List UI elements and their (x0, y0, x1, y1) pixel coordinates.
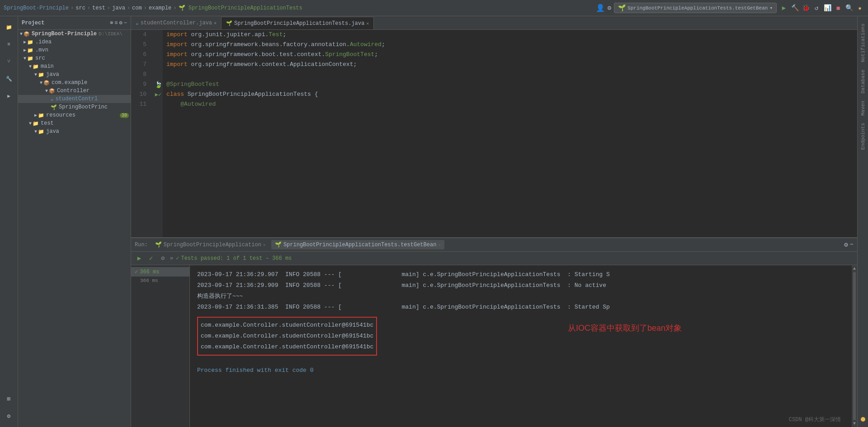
tree-item-idea[interactable]: ▶ 📁 .idea (18, 38, 131, 46)
tree-item-mvn[interactable]: ▶ 📁 .mvn (18, 46, 131, 54)
ln-5: 5 (131, 40, 150, 50)
code-line-4: import org.junit.jupiter.api. Test ; (166, 30, 854, 40)
code-editor: 4 5 6 7 8 9 10 11 🍃 ▶✓ (131, 30, 857, 237)
console-scrollbar[interactable]: ▲ ▼ (852, 265, 857, 427)
bottom-right-icons: ⚙ − (844, 241, 854, 249)
sidebar-gear-icon[interactable]: ⚙ (119, 19, 123, 26)
icon-ln-7 (154, 60, 163, 70)
profile-button[interactable]: ★ (855, 4, 864, 13)
tree-item-src[interactable]: ▼ 📁 src (18, 54, 131, 62)
breadcrumb-example[interactable]: example (149, 5, 171, 11)
import-kw-5: import (166, 40, 191, 50)
tree-item-student-controller[interactable]: ☕ studentContrl (18, 95, 131, 103)
tree-item-spring-main[interactable]: 🌱 SpringBootPrinc (18, 103, 131, 111)
bean-line-3: com.example.Controller.studentController… (201, 342, 373, 352)
rerun-button[interactable]: ↺ (812, 4, 821, 13)
tree-label-src: src (35, 55, 45, 61)
bottom-tab-test[interactable]: 🌱 SpringBootPrincipleApplicationTests.te… (271, 240, 445, 249)
arrow-com-example: ▼ (40, 80, 42, 85)
tree-item-root[interactable]: ▼ 📦 SpringBoot-Principle D:\IDEA\ (18, 30, 131, 38)
bottom-tab-app[interactable]: 🌱 SpringBootPrincipleApplication ✕ (151, 240, 269, 249)
config-dropdown-icon[interactable]: ▾ (769, 5, 773, 11)
tab-close-spring[interactable]: ✕ (366, 21, 369, 26)
icon-ln-6 (154, 50, 163, 60)
tree-label-spring-main: SpringBootPrinc (59, 104, 108, 110)
check-pass-icon: ✓ (135, 268, 138, 275)
settings-icon[interactable]: ⚙ (608, 4, 611, 12)
build-icon[interactable]: 🔧 (2, 71, 16, 86)
run-config-selector[interactable]: 🌱 SpringBootPrincipleApplicationTests.te… (614, 3, 777, 13)
profile-icon[interactable]: 👤 (596, 4, 605, 13)
arrow-src: ▼ (24, 56, 26, 61)
tab-label-student: studentController.java (141, 20, 212, 26)
class-name-10: SpringBootPrincipleApplicationTests (188, 89, 315, 99)
scroll-up-icon[interactable]: ▲ (853, 266, 856, 271)
run-icon[interactable]: ▶ (2, 89, 16, 103)
top-bar: SpringBoot-Principle › src › test › java… (0, 0, 868, 16)
tab-app-close[interactable]: ✕ (263, 242, 266, 248)
run-stop-btn[interactable]: ⊘ (158, 254, 167, 263)
sidebar-minus-icon[interactable]: − (124, 20, 127, 26)
project-icon[interactable]: 📁 (2, 20, 16, 34)
tree-item-test-java[interactable]: ▼ 📁 java (18, 127, 131, 136)
main-area: 📁 ≡ ⑂ 🔧 ▶ ⊞ ⚙ Project ⊕ ≡ ⚙ − ▼ 📦 Spring… (0, 16, 868, 427)
tree-label-student: studentContrl (56, 96, 98, 102)
tree-item-test[interactable]: ▼ 📁 test (18, 119, 131, 127)
bottom-settings-icon[interactable]: ⚙ (844, 241, 848, 249)
ioc-annotation-text: 从IOC容器中获取到了bean对象 (568, 323, 682, 333)
run-sidebar-item-366[interactable]: ✓ 366 ms (131, 267, 189, 277)
structure-icon[interactable]: ≡ (2, 37, 16, 52)
run-sidebar-sub-366: 366 ms (131, 277, 189, 285)
tab-spring-tests[interactable]: 🌱 SpringBootPrincipleApplicationTests.ja… (222, 17, 374, 29)
breadcrumb-java[interactable]: java (112, 5, 125, 11)
sidebar-add-icon[interactable]: ⊕ (110, 19, 113, 26)
tree-item-controller[interactable]: ▼ 📦 Controller (18, 87, 131, 95)
import-kw-6: import (166, 50, 191, 60)
coverage-button[interactable]: 📊 (823, 4, 832, 13)
tree-item-com-example[interactable]: ▼ 📦 com.example (18, 79, 131, 87)
breadcrumb-test[interactable]: test (92, 5, 105, 11)
run-check-btn[interactable]: ✓ (146, 254, 156, 263)
stop-button[interactable]: ◼ (834, 4, 843, 13)
tree-item-main[interactable]: ▼ 📁 main (18, 62, 131, 70)
breadcrumb-file[interactable]: 🌱 SpringBootPrincipleApplicationTests (179, 5, 302, 11)
run-next-label: » (170, 255, 173, 262)
log-line-1: 2023-09-17 21:36:29.907 INFO 20588 --- [… (197, 270, 844, 280)
tree-item-resources[interactable]: ▶ 📁 resources 30 (18, 111, 131, 119)
settings-icon[interactable]: ⚙ (2, 409, 16, 423)
debug-button[interactable]: 🐞 (801, 4, 810, 13)
breadcrumb-com[interactable]: com (132, 5, 142, 11)
test-passed-status: ✓ Tests passed: 1 of 1 test – 366 ms (176, 255, 292, 262)
breadcrumb: SpringBoot-Principle › src › test › java… (4, 5, 302, 11)
icon-ln-9: 🍃 (154, 80, 163, 89)
run-button[interactable]: ▶ (779, 4, 788, 13)
git-icon[interactable]: ⑂ (2, 54, 16, 69)
search-button[interactable]: 🔍 (844, 4, 854, 13)
build-button[interactable]: 🔨 (790, 4, 799, 13)
breadcrumb-src[interactable]: src (75, 5, 85, 11)
tab-maven[interactable]: Maven (859, 97, 868, 119)
tree-item-java[interactable]: ▼ 📁 java (18, 70, 131, 79)
sidebar-list-icon[interactable]: ≡ (114, 20, 118, 26)
tab-notifications[interactable]: Notifications (859, 20, 868, 66)
tab-endpoints[interactable]: Endpoints (859, 119, 868, 153)
run-play-btn[interactable]: ▶ (135, 254, 144, 263)
import-path-6: org.springframework.boot.test.context. (191, 50, 325, 60)
tab-student-controller[interactable]: ☕ studentController.java ✕ (131, 17, 222, 29)
terminal-icon[interactable]: ⊞ (2, 392, 16, 406)
scroll-thumb[interactable] (853, 272, 856, 420)
import-class-5: Autowired (350, 40, 382, 50)
log-line-3: 2023-09-17 21:36:31.385 INFO 20588 --- [… (197, 302, 844, 312)
code-content: 4 5 6 7 8 9 10 11 🍃 ▶✓ (131, 30, 857, 237)
scroll-down-icon[interactable]: ▼ (853, 421, 856, 426)
tab-test-close[interactable]: ✕ (438, 242, 441, 248)
tab-close-student[interactable]: ✕ (214, 20, 217, 26)
bottom-close-icon[interactable]: − (850, 241, 854, 249)
icon-ln-8 (154, 70, 163, 80)
code-line-7: import org.springframework.context.Appli… (166, 60, 854, 70)
tab-database[interactable]: Database (859, 66, 868, 97)
tab-test-label: SpringBootPrincipleApplicationTests.test… (283, 242, 436, 248)
breadcrumb-root[interactable]: SpringBoot-Principle (4, 5, 69, 11)
left-tool-strip: 📁 ≡ ⑂ 🔧 ▶ ⊞ ⚙ (0, 16, 18, 427)
annotation-springboottest: @SpringBootTest (166, 80, 219, 89)
